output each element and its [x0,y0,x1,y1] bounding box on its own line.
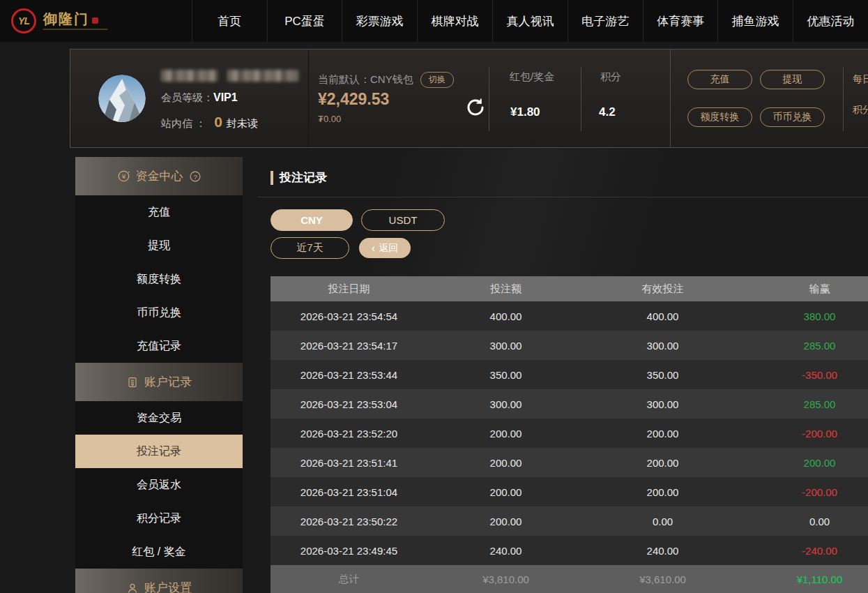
cell-valid-bet: 200.00 [584,428,741,440]
nav-item[interactable]: 电子游艺 [568,0,643,42]
switch-wallet-button[interactable]: 切换 [420,72,454,88]
nav-item[interactable]: 体育赛事 [643,0,718,42]
sidebar-item[interactable]: 资金交易 [75,401,243,435]
sidebar-section-title: 资金中心 [136,168,183,184]
cell-bet-date: 2026-03-21 23:51:04 [271,486,427,498]
table-row: 2026-03-21 23:54:54400.00400.00380.00 [271,301,868,331]
currency-tab-cny[interactable]: CNY [271,209,353,231]
logo-monogram: YL [18,15,29,27]
sidebar-item[interactable]: 充值 [75,195,243,229]
nav-item[interactable]: 棋牌对战 [417,0,492,42]
nav-item[interactable]: PC蛋蛋 [267,0,342,42]
cell-bet-date: 2026-03-21 23:54:17 [271,340,427,352]
cny-balance: ¥2,429.53 [318,90,389,109]
logo-name: 御隆门 [43,12,89,26]
wallet-action-button[interactable]: 币币兑换 [760,107,825,127]
table-header-cell: 投注额 [427,283,584,296]
ledger-icon [126,376,139,389]
nav-item[interactable]: 首页 [192,0,267,42]
top-nav: YL 御隆门 首页PC蛋蛋彩票游戏棋牌对战真人视讯电子游艺体育赛事捕鱼游戏优惠活… [0,0,868,42]
user-panel: 会员等级：VIP1 站内信 ： 0 封未读 当前默认：CNY钱包 切换 ¥2,4… [70,49,868,148]
avatar[interactable] [98,75,146,122]
cell-win-loss: -240.00 [741,545,868,557]
wallet-action-button[interactable]: 提现 [760,70,825,89]
bet-records-table: 投注日期投注额有效投注输赢 2026-03-21 23:54:54400.004… [271,276,868,593]
username-blur-block [227,70,298,82]
member-level: 会员等级：VIP1 [161,91,238,105]
red-packet-label: 红包/奖金 [510,70,554,84]
total-cell-valid-bet: ¥3,610.00 [584,573,741,585]
sidebar-item[interactable]: 投注记录 [75,435,243,468]
sidebar-section-title: 账户设置 [144,580,192,593]
red-packet-value: ¥1.80 [510,105,540,119]
sidebar-item[interactable]: 红包 / 奖金 [75,535,243,569]
table-row: 2026-03-21 23:54:17300.00300.00285.00 [271,331,868,360]
username-blur-block [161,70,218,82]
cell-win-loss: 0.00 [741,516,868,527]
sidebar-item[interactable]: 提现 [75,229,243,262]
wallet-default-label: 当前默认：CNY钱包 [318,73,413,87]
currency-tabs: CNYUSDT [271,209,445,231]
panel-divider [581,67,581,131]
section-title-row: 投注记录 [271,170,327,186]
wallet-action-button[interactable]: 额度转换 [687,107,752,127]
total-cell-win-loss: ¥1,110.00 [741,573,868,585]
sidebar-section-header[interactable]: 账户设置 [75,569,243,593]
nav-item[interactable]: 真人视讯 [492,0,568,42]
help-icon[interactable]: ? [189,170,201,183]
wallet-action-buttons: 充值提现额度转换币币兑换 [687,70,827,127]
logo-ring-icon: YL [11,8,36,33]
sidebar-item[interactable]: 额度转换 [75,262,243,296]
cell-win-loss: -200.00 [741,486,868,498]
sidebar-section-header[interactable]: ¥资金中心? [75,157,243,195]
refresh-icon [465,97,486,118]
refresh-balance-button[interactable] [465,97,486,118]
title-accent-bar [271,171,273,185]
sidebar-item[interactable]: 会员返水 [75,468,243,502]
user-icon [126,582,139,593]
site-logo[interactable]: YL 御隆门 [0,0,192,42]
table-row: 2026-03-21 23:51:04200.00200.00-200.00 [271,477,868,506]
back-button[interactable]: ‹ 返回 [359,238,411,258]
panel-divider [489,67,489,131]
cell-valid-bet: 240.00 [584,545,741,557]
table-row: 2026-03-21 23:51:41200.00200.00200.00 [271,448,868,477]
logo-subtitle-line [43,29,107,30]
inbox-link[interactable]: 站内信 ： 0 封未读 [161,114,258,130]
cell-bet-date: 2026-03-21 23:51:41 [271,457,427,469]
sidebar-item[interactable]: 积分记录 [75,502,243,535]
sidebar-item[interactable]: 币币兑换 [75,296,243,329]
cell-bet-amount: 400.00 [427,310,584,322]
total-label: 总计 [271,573,427,586]
cell-bet-amount: 200.00 [427,457,584,469]
sidebar-item[interactable]: 充值记录 [75,329,243,363]
inbox-unread-count: 0 [214,114,222,130]
wallet-default: 当前默认：CNY钱包 切换 [318,72,454,88]
nav-item[interactable]: 优惠活动 [793,0,868,42]
cell-valid-bet: 200.00 [584,486,741,498]
username-blurred [161,70,298,82]
edge-partial-label[interactable]: 每日 [853,73,868,86]
panel-divider [843,67,844,131]
cell-bet-date: 2026-03-21 23:53:44 [271,369,427,381]
nav-item[interactable]: 彩票游戏 [342,0,417,42]
currency-tab-usdt[interactable]: USDT [361,209,445,231]
page-title: 投注记录 [280,170,327,186]
points-label: 积分 [600,70,621,84]
cell-win-loss: 380.00 [741,310,868,322]
wallet-action-button[interactable]: 充值 [687,70,752,89]
table-row: 2026-03-21 23:50:22200.000.000.00 [271,506,868,536]
chevron-left-icon: ‹ [372,243,375,254]
cell-bet-amount: 200.00 [427,428,584,440]
edge-partial-label[interactable]: 积分 [853,104,868,117]
cell-bet-date: 2026-03-21 23:54:54 [271,310,427,322]
nav-item[interactable]: 捕鱼游戏 [717,0,793,42]
logo-seal-icon [92,17,98,24]
usdt-balance: ₮0.00 [318,114,341,124]
cell-valid-bet: 200.00 [584,457,741,469]
cell-valid-bet: 300.00 [584,340,741,352]
cell-bet-amount: 200.00 [427,486,584,498]
panel-divider [308,50,309,147]
range-7days-button[interactable]: 近7天 [271,237,349,259]
sidebar-section-header[interactable]: 账户记录 [75,363,243,401]
